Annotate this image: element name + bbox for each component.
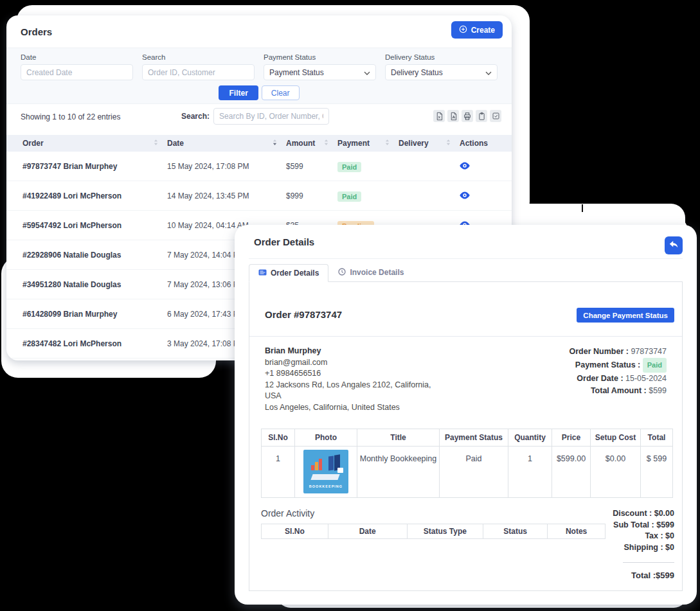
order-id-customer: #61428099 Brian Murphey — [22, 310, 167, 319]
order-date: 15 May 2024, 17:08 PM — [167, 162, 286, 171]
col-setup-cost: Setup Cost — [591, 429, 641, 447]
filters-panel: Date Search Payment Status Payment Statu… — [6, 48, 512, 104]
filter-button[interactable]: Filter — [219, 85, 258, 100]
date-filter-input[interactable] — [21, 64, 133, 80]
view-order-icon[interactable] — [460, 162, 470, 170]
reply-arrow-icon — [669, 240, 678, 251]
sort-header-amount[interactable]: Amount — [286, 139, 337, 148]
header-label: Amount — [286, 139, 315, 148]
shipping-line: Shipping : $0 — [606, 542, 674, 554]
order-activity-section: Order Activity Sl.No Date Status Type St… — [261, 508, 606, 580]
back-button[interactable] — [665, 236, 683, 254]
print-icon[interactable] — [462, 110, 473, 122]
order-activity-heading: Order Activity — [261, 508, 606, 518]
order-details-window: Order Details Order Details Invoice Deta… — [235, 225, 697, 605]
total-amount-line: Total Amount : $599 — [570, 385, 667, 397]
order-activity-table: Sl.No Date Status Type Status Notes — [261, 524, 606, 539]
item-total: $ 599 — [641, 447, 673, 498]
item-setup-cost: $0.00 — [591, 447, 641, 498]
col-notes: Notes — [548, 524, 606, 539]
column-visibility-icon[interactable] — [490, 110, 501, 122]
order-meta: Order Number : 97873747 Payment Status :… — [570, 346, 667, 413]
plus-circle-icon — [459, 25, 467, 35]
clear-button[interactable]: Clear — [262, 85, 300, 100]
customer-address-line2: USA — [265, 391, 431, 402]
sort-icon — [385, 139, 390, 148]
customer-name: Brian Murphey — [265, 346, 431, 357]
orders-table-header: Order Date Amount Payment Delivery — [6, 135, 512, 152]
col-status-type: Status Type — [407, 524, 483, 539]
change-payment-status-button[interactable]: Change Payment Status — [577, 308, 674, 323]
tab-invoice-details[interactable]: Invoice Details — [328, 263, 413, 281]
entries-count: Showing 1 to 10 of 22 entries — [21, 112, 120, 121]
details-title: Order Details — [254, 236, 314, 247]
screen: Orders Create Date Search Payment — [0, 0, 700, 611]
payment-status-select[interactable]: Payment Status — [264, 64, 376, 80]
table-row: #41922489 Lori McPherson 14 May 2024, 13… — [6, 181, 512, 211]
table-row: #97873747 Brian Murphey 15 May 2024, 17:… — [6, 152, 512, 181]
details-titlebar: Order Details — [249, 225, 683, 259]
sort-icon — [154, 139, 158, 148]
order-id-customer: #97873747 Brian Murphey — [22, 162, 167, 171]
table-search-input[interactable] — [213, 108, 329, 125]
order-number-line: Order Number : 97873747 — [570, 346, 667, 358]
order-totals: Discount : $0.00 Sub Total : $599 Tax : … — [606, 508, 682, 580]
create-button[interactable]: Create — [451, 21, 503, 39]
subtotal-line: Sub Total : $599 — [606, 520, 674, 531]
header-label: Actions — [460, 139, 488, 148]
col-title: Title — [357, 429, 440, 447]
view-order-icon[interactable] — [460, 191, 470, 199]
sort-icon-active-desc — [273, 139, 277, 148]
meta-label: Order Number : — [570, 347, 629, 356]
export-toolbar — [433, 110, 501, 122]
order-id-customer: #28347482 Lori McPherson — [22, 339, 167, 348]
excel-export-icon[interactable] — [433, 110, 445, 122]
sort-header-delivery[interactable]: Delivery — [399, 139, 460, 148]
pdf-export-icon[interactable] — [447, 110, 459, 122]
sort-header-date[interactable]: Date — [167, 139, 286, 148]
tab-order-details[interactable]: Order Details — [249, 264, 328, 282]
create-button-label: Create — [471, 26, 495, 35]
text-cursor — [582, 204, 583, 212]
copy-icon[interactable] — [476, 110, 487, 122]
tab-label: Order Details — [271, 269, 319, 278]
tab-label: Invoice Details — [350, 268, 404, 277]
order-date: 14 May 2024, 13:45 PM — [167, 191, 286, 200]
header-label: Delivery — [399, 139, 429, 148]
col-photo: Photo — [295, 429, 357, 447]
discount-line: Discount : $0.00 — [606, 508, 674, 520]
item-payment-status: Paid — [440, 447, 508, 498]
order-info-row: Brian Murphey brian@gmail.com +1 8984656… — [249, 337, 682, 413]
order-id-customer: #22928906 Natalie Douglas — [22, 251, 167, 260]
item-row: 1 BOOKKEEPING Monthly Bookkeeping Paid 1 — [262, 447, 673, 498]
orders-header: Orders Create — [6, 15, 512, 48]
meta-label: Order Date : — [577, 374, 623, 383]
meta-label: Total Amount : — [591, 386, 647, 395]
order-id-customer: #34951280 Natalie Douglas — [22, 280, 167, 289]
search-filter: Search — [142, 53, 255, 80]
payment-status-filter-label: Payment Status — [264, 53, 376, 61]
payment-status-badge: Paid — [337, 162, 361, 172]
delivery-status-select[interactable]: Delivery Status — [385, 64, 498, 80]
product-image: BOOKKEEPING — [303, 450, 348, 493]
order-id-customer: #59547492 Lori McPherson — [22, 221, 167, 230]
item-photo-cell: BOOKKEEPING — [295, 447, 357, 498]
item-slno: 1 — [262, 447, 295, 498]
grand-total-line: Total :$599 — [606, 571, 674, 580]
date-filter: Date — [21, 53, 133, 80]
header-label: Date — [167, 139, 184, 148]
order-amount: $599 — [286, 162, 337, 171]
col-price: Price — [552, 429, 591, 447]
table-search: Search: — [181, 108, 329, 125]
col-payment-status: Payment Status — [440, 429, 508, 447]
col-total: Total — [641, 429, 673, 447]
delivery-status-filter: Delivery Status Delivery Status — [385, 53, 498, 80]
sort-header-order[interactable]: Order — [22, 139, 167, 148]
col-slno: Sl.No — [262, 429, 295, 447]
details-content: Order #97873747 Change Payment Status Br… — [249, 281, 683, 591]
sort-header-payment[interactable]: Payment — [337, 139, 399, 148]
sort-icon — [446, 139, 451, 148]
delivery-status-select-value: Delivery Status — [391, 68, 443, 77]
delivery-status-filter-label: Delivery Status — [385, 53, 498, 61]
search-filter-input[interactable] — [142, 64, 255, 80]
